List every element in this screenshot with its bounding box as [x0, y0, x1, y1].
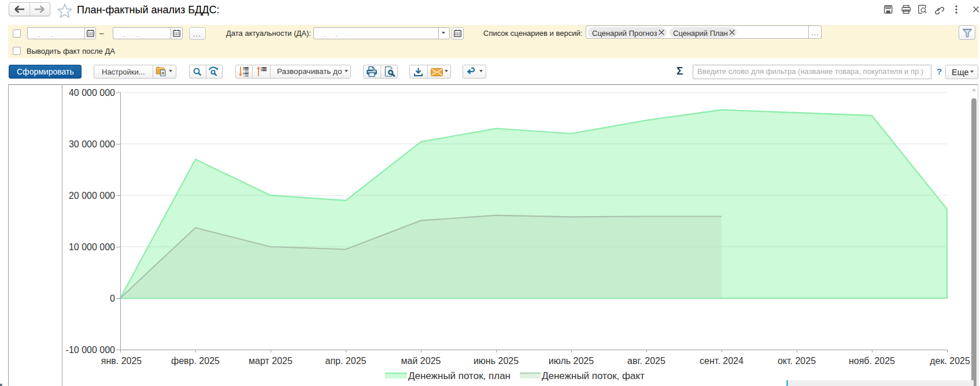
svg-text:февр. 2025: февр. 2025	[171, 356, 220, 366]
svg-text:30 000 000: 30 000 000	[69, 139, 115, 149]
svg-text:Денежный поток, факт: Денежный поток, факт	[542, 370, 645, 381]
svg-text:-10 000 000: -10 000 000	[66, 345, 116, 355]
svg-text:окт. 2025: окт. 2025	[778, 356, 816, 366]
svg-text:июль 2025: июль 2025	[549, 356, 594, 366]
svg-text:март 2025: март 2025	[249, 356, 293, 366]
svg-text:0: 0	[110, 294, 115, 303]
svg-text:апр. 2025: апр. 2025	[326, 356, 367, 366]
svg-text:нояб. 2025: нояб. 2025	[849, 356, 895, 366]
svg-text:Денежный поток, план: Денежный поток, план	[408, 370, 511, 381]
svg-text:июнь 2025: июнь 2025	[474, 356, 519, 366]
svg-text:янв. 2025: янв. 2025	[101, 356, 142, 366]
svg-text:дек. 2025: дек. 2025	[930, 356, 970, 366]
svg-text:сент. 2024: сент. 2024	[700, 356, 744, 366]
svg-text:10 000 000: 10 000 000	[69, 242, 115, 252]
svg-text:20 000 000: 20 000 000	[69, 191, 115, 201]
svg-text:авг. 2025: авг. 2025	[627, 356, 665, 366]
svg-text:май 2025: май 2025	[401, 356, 441, 366]
svg-text:40 000 000: 40 000 000	[69, 88, 115, 98]
